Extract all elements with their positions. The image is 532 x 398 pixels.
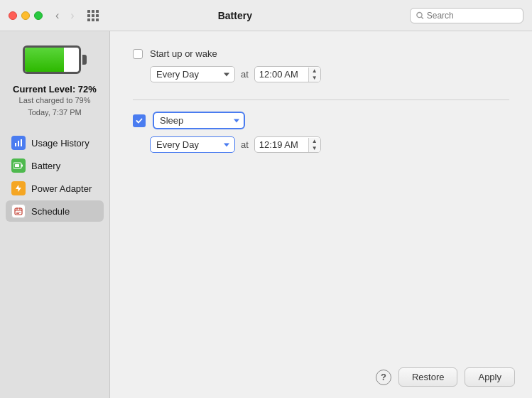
startup-controls: Every Day Weekdays Weekends Monday Tuesd… [150, 66, 509, 82]
back-button[interactable]: ‹ [53, 9, 62, 23]
sleep-time-wrapper: ▲ ▼ [254, 136, 321, 153]
battery-graphic [23, 43, 87, 77]
apply-button[interactable]: Apply [465, 367, 515, 387]
sleep-row: Sleep Restart Shut Down [133, 112, 509, 129]
battery-icon [11, 158, 26, 173]
startup-checkbox[interactable] [133, 49, 143, 59]
startup-time-wrapper: ▲ ▼ [254, 66, 321, 82]
sidebar-item-schedule-label: Schedule [31, 206, 70, 217]
startup-label: Start up or wake [150, 48, 217, 59]
sidebar-item-usage-history-label: Usage History [31, 138, 89, 149]
battery-charged-label: Last charged to 79% [13, 95, 97, 107]
bottom-bar: ? Restore Apply [376, 367, 515, 387]
sidebar-nav: Usage History Battery Po [0, 132, 109, 223]
sidebar-item-battery-label: Battery [31, 161, 60, 171]
content-area: Start up or wake Every Day Weekdays Week… [110, 31, 532, 398]
sidebar-item-usage-history[interactable]: Usage History [6, 132, 104, 154]
sleep-time-up[interactable]: ▲ [309, 138, 320, 145]
sidebar-item-power-adapter-label: Power Adapter [31, 183, 92, 194]
startup-day-dropdown[interactable]: Every Day Weekdays Weekends Monday Tuesd… [150, 66, 235, 82]
checkmark-icon [136, 117, 143, 124]
sleep-at-label: at [241, 139, 249, 150]
sleep-action-dropdown[interactable]: Sleep Restart Shut Down [153, 112, 245, 129]
startup-section: Start up or wake Every Day Weekdays Week… [133, 48, 509, 82]
chart-icon [11, 136, 26, 150]
startup-time-down[interactable]: ▼ [309, 75, 320, 82]
svg-point-0 [417, 12, 422, 17]
svg-rect-3 [18, 141, 19, 146]
sleep-time-spinners: ▲ ▼ [308, 138, 320, 152]
titlebar: ‹ › Battery [0, 0, 532, 31]
sidebar-item-power-adapter[interactable]: Power Adapter [6, 178, 104, 199]
sleep-day-dropdown-wrapper: Every Day Weekdays Weekends Monday [150, 136, 235, 153]
sleep-section: Sleep Restart Shut Down Every Day Weekda… [133, 112, 509, 153]
battery-info: Current Level: 72% Last charged to 79% T… [13, 84, 97, 118]
startup-time-input[interactable] [255, 67, 308, 82]
startup-day-dropdown-wrapper: Every Day Weekdays Weekends Monday Tuesd… [150, 66, 235, 82]
help-button[interactable]: ? [376, 370, 391, 385]
sleep-checkbox[interactable] [133, 114, 146, 127]
window-title: Battery [66, 10, 404, 21]
sleep-day-dropdown[interactable]: Every Day Weekdays Weekends Monday [150, 136, 235, 153]
minimize-button[interactable] [21, 11, 30, 20]
sidebar-item-schedule[interactable]: Schedule [6, 200, 104, 222]
sleep-action-dropdown-wrapper: Sleep Restart Shut Down [153, 112, 245, 129]
search-box[interactable] [410, 8, 523, 23]
startup-at-label: at [241, 69, 249, 80]
maximize-button[interactable] [34, 11, 43, 20]
traffic-lights [9, 11, 43, 20]
svg-rect-6 [15, 164, 19, 167]
sidebar: Current Level: 72% Last charged to 79% T… [0, 31, 110, 398]
svg-marker-8 [16, 185, 21, 192]
startup-time-up[interactable]: ▲ [309, 68, 320, 75]
search-icon [416, 11, 424, 20]
battery-time-label: Today, 7:37 PM [13, 107, 97, 119]
power-icon [11, 181, 26, 195]
startup-row: Start up or wake [133, 48, 509, 59]
svg-rect-4 [21, 139, 22, 146]
close-button[interactable] [9, 11, 17, 20]
startup-time-spinners: ▲ ▼ [308, 68, 320, 82]
svg-rect-7 [21, 165, 23, 167]
svg-line-1 [421, 16, 423, 18]
restore-button[interactable]: Restore [398, 367, 458, 387]
battery-level-label: Current Level: 72% [13, 84, 97, 95]
main-layout: Current Level: 72% Last charged to 79% T… [0, 31, 532, 398]
sidebar-item-battery[interactable]: Battery [6, 155, 104, 176]
sleep-time-input[interactable] [255, 137, 308, 152]
sleep-controls: Every Day Weekdays Weekends Monday at ▲ … [150, 136, 509, 153]
svg-rect-2 [15, 143, 16, 146]
schedule-icon [11, 204, 26, 218]
sleep-time-down[interactable]: ▼ [309, 145, 320, 152]
section-divider [133, 100, 509, 100]
search-input[interactable] [427, 11, 517, 21]
